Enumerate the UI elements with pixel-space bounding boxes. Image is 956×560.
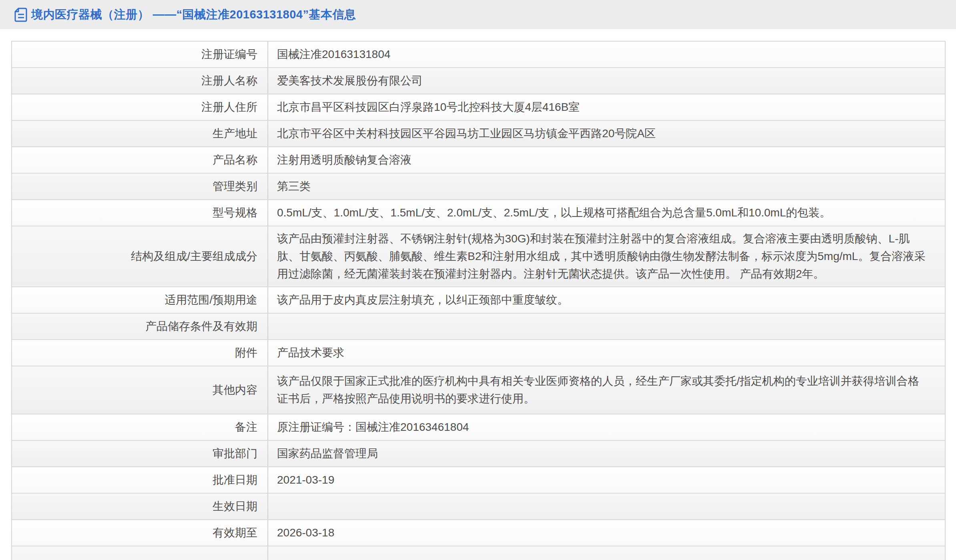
table-row: 适用范围/预期用途 该产品用于皮内真皮层注射填充，以纠正颈部中重度皱纹。	[12, 287, 945, 314]
row-label: 审批部门	[12, 441, 268, 466]
table-row: 管理类别 第三类	[12, 174, 945, 200]
row-value: 0.5mL/支、1.0mL/支、1.5mL/支、2.0mL/支、2.5mL/支，…	[268, 200, 945, 226]
row-label: 备注	[12, 414, 268, 440]
row-value: 原注册证编号：国械注准20163461804	[268, 414, 945, 440]
row-label: 生效日期	[12, 494, 268, 519]
table-row: 备注 原注册证编号：国械注准20163461804	[12, 414, 945, 441]
row-label: 产品名称	[12, 147, 268, 173]
row-value: 产品技术要求	[268, 340, 945, 366]
row-label: 生产地址	[12, 121, 268, 146]
row-label: 适用范围/预期用途	[12, 287, 268, 313]
row-label: 产品储存条件及有效期	[12, 314, 268, 339]
page-title: 境内医疗器械（注册） ——“国械注准20163131804”基本信息	[31, 7, 356, 23]
row-label	[12, 546, 268, 560]
row-label: 注册证编号	[12, 42, 268, 67]
row-value: 北京市平谷区中关村科技园区平谷园马坊工业园区马坊镇金平西路20号院A区	[268, 121, 945, 146]
row-label: 其他内容	[12, 366, 268, 414]
row-value: 注射用透明质酸钠复合溶液	[268, 147, 945, 173]
table-row: 注册人名称 爱美客技术发展股份有限公司	[12, 68, 945, 94]
table-row: 生产地址 北京市平谷区中关村科技园区平谷园马坊工业园区马坊镇金平西路20号院A区	[12, 121, 945, 147]
table-row: 生效日期	[12, 494, 945, 520]
table-row: 批准日期 2021-03-19	[12, 467, 945, 494]
page-header: 境内医疗器械（注册） ——“国械注准20163131804”基本信息	[0, 0, 956, 29]
row-label: 注册人住所	[12, 94, 268, 120]
row-value	[268, 546, 945, 560]
table-row: 注册证编号 国械注准20163131804	[12, 42, 945, 68]
table-row: 其他内容 该产品仅限于国家正式批准的医疗机构中具有相关专业医师资格的人员，经生产…	[12, 366, 945, 414]
row-label: 有效期至	[12, 520, 268, 546]
row-label: 结构及组成/主要组成成分	[12, 226, 268, 286]
row-value: 北京市昌平区科技园区白浮泉路10号北控科技大厦4层416B室	[268, 94, 945, 120]
table-row: 产品储存条件及有效期	[12, 314, 945, 340]
row-value: 该产品用于皮内真皮层注射填充，以纠正颈部中重度皱纹。	[268, 287, 945, 313]
table-row: 审批部门 国家药品监督管理局	[12, 441, 945, 467]
page: 境内医疗器械（注册） ——“国械注准20163131804”基本信息 注册证编号…	[0, 0, 956, 560]
row-label: 附件	[12, 340, 268, 366]
table-row	[12, 546, 945, 560]
row-value: 2021-03-19	[268, 467, 945, 493]
table-row: 有效期至 2026-03-18	[12, 520, 945, 546]
table-row: 产品名称 注射用透明质酸钠复合溶液	[12, 147, 945, 174]
row-value: 爱美客技术发展股份有限公司	[268, 68, 945, 94]
row-value: 国械注准20163131804	[268, 42, 945, 67]
registration-info-table: 注册证编号 国械注准20163131804 注册人名称 爱美客技术发展股份有限公…	[11, 41, 946, 560]
row-label: 管理类别	[12, 174, 268, 199]
row-value: 2026-03-18	[268, 520, 945, 546]
row-value	[268, 494, 945, 519]
table-row: 注册人住所 北京市昌平区科技园区白浮泉路10号北控科技大厦4层416B室	[12, 94, 945, 121]
row-label: 注册人名称	[12, 68, 268, 94]
table-row: 型号规格 0.5mL/支、1.0mL/支、1.5mL/支、2.0mL/支、2.5…	[12, 200, 945, 226]
row-label: 型号规格	[12, 200, 268, 226]
row-value: 该产品由预灌封注射器、不锈钢注射针(规格为30G)和封装在预灌封注射器中的复合溶…	[268, 226, 945, 286]
row-value: 该产品仅限于国家正式批准的医疗机构中具有相关专业医师资格的人员，经生产厂家或其委…	[268, 366, 945, 414]
table-row: 附件 产品技术要求	[12, 340, 945, 366]
row-value	[268, 314, 945, 339]
row-value: 第三类	[268, 174, 945, 199]
table-row: 结构及组成/主要组成成分 该产品由预灌封注射器、不锈钢注射针(规格为30G)和封…	[12, 226, 945, 287]
document-icon	[14, 8, 27, 22]
row-value: 国家药品监督管理局	[268, 441, 945, 466]
row-label: 批准日期	[12, 467, 268, 493]
